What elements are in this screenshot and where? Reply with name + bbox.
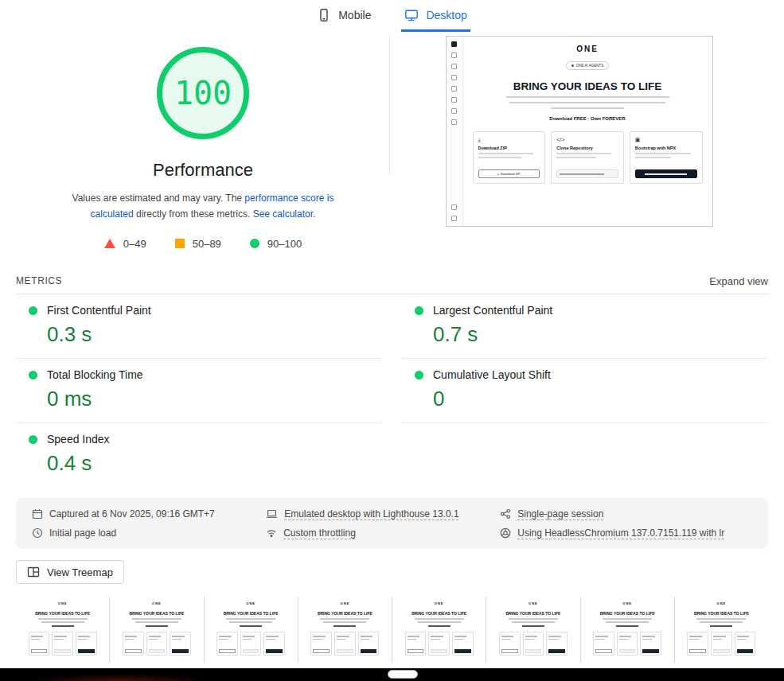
cta-skeleton [333,625,356,627]
disclaimer-text: directly from these metrics. [134,208,253,220]
preview-download-button: ⤓ Download ZIP [478,169,540,178]
text-skeleton [323,621,366,623]
screenshot-sidebar [447,37,463,226]
average-square-icon [175,239,185,248]
film-frame: ONE BRING YOUR IDEAS TO LIFE [580,597,674,663]
preview-heading: BRING YOUR IDEAS TO LIFE [473,80,703,92]
tab-desktop[interactable]: Desktop [401,0,470,32]
thumbnail-card [640,632,661,656]
thumbnail-card [593,632,614,656]
metric-value: 0.7 s [433,322,768,347]
metric-value: 0.3 s [47,322,382,347]
preview-heading: BRING YOUR IDEAS TO LIFE [589,611,665,616]
download-icon: ⤓ [497,172,499,176]
metric-value: 0.4 s [47,451,382,476]
sidebar-glyph [451,119,457,125]
preview-heading: BRING YOUR IDEAS TO LIFE [119,611,195,616]
metric-largest-contentful-paint: Largest Contentful Paint 0.7 s [402,294,768,359]
film-frame: ONE BRING YOUR IDEAS TO LIFE [486,597,579,663]
run-info-col-2: Emulated desktop with Lighthouse 13.0.1 … [266,504,500,543]
thumbnail-cards [593,632,661,656]
text-skeleton [509,102,665,104]
score-legend: 0–49 50–89 90–100 [16,238,390,250]
preview-brand-logo: ONE [401,601,478,605]
thumbnail-card [546,632,568,656]
score-gauge: 100 [157,47,249,139]
thumbnail-cards [499,632,568,656]
thumbnail-card [240,632,262,656]
pass-dot-icon [415,371,423,379]
thumbnail-card [170,632,191,656]
thumbnail-card [334,632,356,656]
film-frame: ONE BRING YOUR IDEAS TO LIFE [674,597,768,663]
film-frame-thumbnail: ONE BRING YOUR IDEAS TO LIFE [495,598,571,662]
preview-card-download-zip: ⤓ Download ZIP ⤓ Download ZIP [473,131,546,184]
see-calculator-link[interactable]: See calculator [253,208,313,220]
mobile-phone-icon [317,8,331,22]
lighthouse-report: 100 Performance Values are estimated and… [0,32,784,681]
fail-triangle-icon [104,239,115,248]
emulation-info: Emulated desktop with Lighthouse 13.0.1 [266,504,500,523]
captured-at: Captured at 6 Nov 2025, 09:16 GMT+7 [32,504,266,523]
score-disclaimer: Values are estimated and may vary. The p… [66,190,341,223]
pass-dot-icon [29,371,37,379]
initial-page-load-text: Initial page load [49,527,116,539]
film-frame: ONE BRING YOUR IDEAS TO LIFE [109,597,203,663]
cta-skeleton [52,625,74,627]
tab-mobile[interactable]: Mobile [314,0,374,32]
metrics-section-title: METRICS [16,275,62,286]
preview-brand-logo: ONE [683,601,759,605]
expand-view-toggle[interactable]: Expand view [709,275,768,287]
menu-icon [451,41,457,47]
pass-circle-icon [250,239,259,248]
preview-brand-logo: ONE [25,601,101,605]
sidebar-glyph [451,86,457,91]
metric-empty-cell [402,423,768,487]
tab-desktop-label: Desktop [426,9,466,21]
chromium-icon [500,527,511,539]
text-skeleton [551,107,624,110]
view-treemap-button[interactable]: View Treemap [16,560,124,584]
thumbnail-card [263,632,285,656]
throttling-icon [266,527,277,539]
preview-heading: BRING YOUR IDEAS TO LIFE [25,611,101,616]
metric-total-blocking-time: Total Blocking Time 0 ms [16,359,382,423]
preview-card-title: Bootstrap with NPX [635,146,697,150]
bottom-bar [0,668,784,681]
preview-card-clone-repo: </> Clone Repository [551,131,624,184]
sidebar-glyph [451,216,457,221]
thumbnail-card [146,632,168,656]
text-skeleton [415,618,464,620]
pass-dot-icon [29,306,37,315]
text-skeleton [603,618,652,620]
thumbnail-cards [216,632,285,656]
text-skeleton [41,621,84,623]
text-skeleton [606,621,649,623]
metric-first-contentful-paint: First Contentful Paint 0.3 s [16,294,382,359]
desktop-monitor-icon [404,8,419,22]
download-icon: ⤓ [478,137,540,142]
run-info-col-3: Single-page session Using HeadlessChromi… [500,504,752,543]
text-skeleton [478,157,521,158]
thumbnail-card [358,632,380,656]
thumbnail-card [123,632,144,656]
preview-npx-button [635,169,697,178]
metric-cumulative-layout-shift: Cumulative Layout Shift 0 [402,359,768,423]
film-frame: ONE BRING YOUR IDEAS TO LIFE [392,597,486,663]
preview-card-title: Clone Repository [556,146,618,150]
laptop-icon [266,508,278,520]
text-skeleton [478,153,534,154]
drag-handle[interactable] [388,670,418,679]
metric-name: First Contentful Paint [47,304,151,317]
preview-brand-logo: ONE [589,601,665,605]
cta-skeleton [240,625,262,627]
text-skeleton [135,621,178,623]
emulation-text: Emulated desktop with Lighthouse 13.0.1 [284,508,458,520]
text-skeleton [418,621,461,623]
thumbnail-cards [123,632,191,656]
preview-cards: ⤓ Download ZIP ⤓ Download ZIP </> Clone [473,131,703,184]
text-skeleton [635,157,671,158]
preview-brand-logo: ONE [473,45,703,53]
preview-brand-logo: ONE [213,601,289,605]
metric-speed-index: Speed Index 0.4 s [16,423,382,487]
